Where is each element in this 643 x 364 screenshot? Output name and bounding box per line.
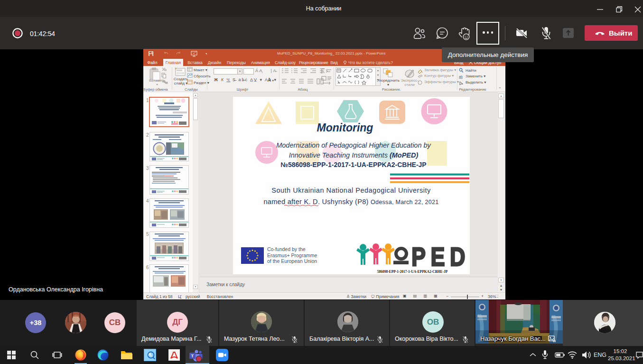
svg-text:PED: PED — [411, 243, 469, 271]
svg-text:T: T — [191, 353, 194, 358]
svg-text:586098-EPP-1-2017-1-UA-EPPKA2-: 586098-EPP-1-2017-1-UA-EPPKA2-CBHE-JP — [377, 270, 448, 274]
svg-text:ab: ab — [459, 75, 463, 78]
